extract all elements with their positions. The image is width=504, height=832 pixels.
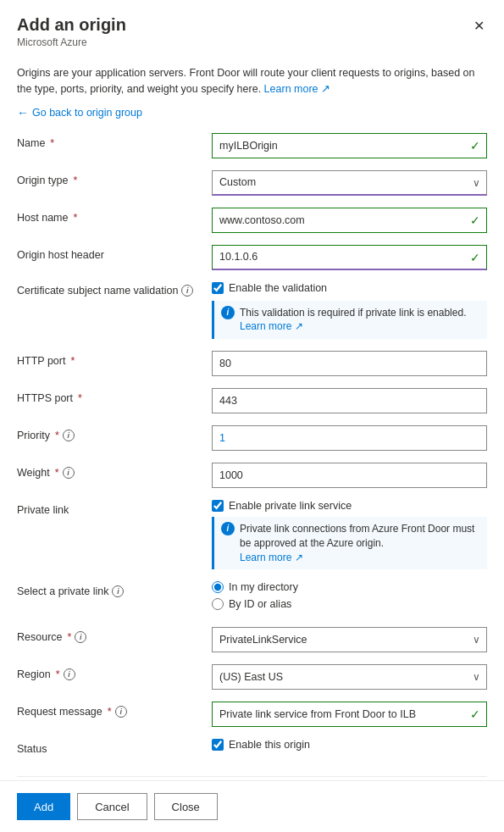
origin-type-required: *: [73, 175, 77, 186]
resource-info-icon[interactable]: i: [75, 631, 86, 643]
request-message-input-wrapper: ✓: [212, 702, 487, 727]
name-control: ✓: [212, 133, 487, 158]
request-message-input[interactable]: [212, 702, 487, 727]
host-name-input[interactable]: [212, 208, 487, 233]
enable-origin-checkbox[interactable]: [212, 739, 224, 751]
description-learn-more-link[interactable]: Learn more ↗: [264, 83, 330, 95]
https-port-label: HTTPS port *: [17, 388, 212, 404]
select-private-link-info-icon[interactable]: i: [112, 585, 124, 597]
region-info-icon[interactable]: i: [64, 668, 75, 680]
cert-info-icon[interactable]: i: [181, 285, 193, 297]
https-port-row: HTTPS port *: [17, 388, 487, 413]
private-link-learn-more-link[interactable]: Learn more ↗: [240, 552, 303, 563]
in-my-directory-radio[interactable]: [212, 581, 224, 593]
status-row: Status Enable this origin: [17, 739, 487, 763]
panel-title: Add an origin: [17, 15, 487, 35]
cert-validation-label: Certificate subject name validation i: [17, 282, 212, 297]
request-message-info-icon[interactable]: i: [115, 706, 127, 718]
http-port-required: *: [70, 355, 75, 367]
cert-validation-row: Certificate subject name validation i En…: [17, 282, 487, 340]
private-link-checkbox-row: Enable private link service: [212, 500, 487, 512]
private-link-label: Private link: [17, 500, 212, 516]
host-name-check-icon: ✓: [470, 214, 480, 227]
host-name-row: Host name * ✓: [17, 208, 487, 233]
footer-divider: [17, 776, 487, 777]
panel-body: Origins are your application servers. Fr…: [0, 55, 504, 780]
resource-dropdown-wrapper: PrivateLinkService ∨: [212, 627, 487, 652]
weight-required: *: [55, 467, 59, 479]
name-input[interactable]: [212, 133, 487, 158]
back-to-origin-group-link[interactable]: ← Go back to origin group: [17, 106, 487, 119]
name-label: Name *: [17, 133, 212, 149]
priority-label: Priority * i: [17, 425, 212, 441]
origin-host-header-control: ✓: [212, 245, 487, 270]
cert-checkbox-label: Enable the validation: [229, 282, 327, 294]
https-port-control: [212, 388, 487, 413]
request-message-check-icon: ✓: [470, 707, 480, 721]
cert-learn-more-link[interactable]: Learn more ↗: [240, 320, 303, 332]
name-check-icon: ✓: [470, 139, 480, 153]
weight-control: [212, 463, 487, 488]
cert-checkbox-row: Enable the validation: [212, 282, 487, 294]
priority-input[interactable]: [212, 425, 487, 451]
region-control: (US) East US ∨: [212, 664, 487, 690]
weight-info-icon[interactable]: i: [63, 467, 75, 479]
origin-type-control: Custom ∨: [212, 170, 487, 196]
request-message-row: Request message * i ✓: [17, 702, 487, 727]
select-private-link-row: Select a private link i In my directory …: [17, 581, 487, 615]
http-port-label: HTTP port *: [17, 351, 212, 367]
resource-required: *: [68, 631, 72, 643]
priority-info-icon[interactable]: i: [63, 430, 75, 441]
close-button[interactable]: Close: [154, 793, 218, 820]
resource-dropdown[interactable]: PrivateLinkService: [212, 627, 487, 652]
private-link-checkbox-label: Enable private link service: [229, 500, 352, 512]
cancel-button[interactable]: Cancel: [77, 793, 147, 820]
private-link-info-circle-icon: i: [221, 522, 235, 535]
private-link-checkbox[interactable]: [212, 500, 224, 512]
by-id-radio[interactable]: [212, 598, 224, 610]
cert-info-box: i This validation is required if private…: [212, 301, 487, 340]
panel-footer: Add Cancel Close: [0, 780, 504, 832]
description-text: Origins are your application servers. Fr…: [17, 65, 487, 97]
origin-host-header-label: Origin host header: [17, 245, 212, 261]
priority-control: [212, 425, 487, 451]
host-name-required: *: [73, 212, 77, 224]
region-required: *: [56, 668, 60, 680]
resource-label: Resource * i: [17, 627, 212, 643]
http-port-input[interactable]: [212, 351, 487, 376]
ext-link-icon: ↗: [321, 83, 330, 95]
weight-row: Weight * i: [17, 463, 487, 488]
region-label: Region * i: [17, 664, 212, 680]
request-message-required: *: [108, 706, 112, 718]
https-port-input[interactable]: [212, 388, 487, 413]
weight-input[interactable]: [212, 463, 487, 488]
add-button[interactable]: Add: [17, 793, 70, 820]
origin-type-label: Origin type *: [17, 170, 212, 186]
origin-type-dropdown[interactable]: Custom: [212, 170, 487, 196]
origin-host-header-input[interactable]: [212, 245, 487, 270]
name-required: *: [50, 137, 54, 149]
region-dropdown[interactable]: (US) East US: [212, 664, 487, 690]
priority-row: Priority * i: [17, 425, 487, 451]
close-panel-button[interactable]: ✕: [467, 14, 490, 37]
panel-subtitle: Microsoft Azure: [17, 36, 487, 48]
cert-validation-checkbox[interactable]: [212, 282, 224, 294]
select-private-link-label: Select a private link i: [17, 581, 212, 597]
private-link-info-box: i Private link connections from Azure Fr…: [212, 517, 487, 569]
status-label: Status: [17, 739, 212, 755]
origin-type-dropdown-wrapper: Custom ∨: [212, 170, 487, 196]
private-link-row: Private link Enable private link service…: [17, 500, 487, 569]
region-row: Region * i (US) East US ∨: [17, 664, 487, 690]
name-row: Name * ✓: [17, 133, 487, 158]
region-dropdown-wrapper: (US) East US ∨: [212, 664, 487, 690]
by-id-radio-row: By ID or alias: [212, 598, 487, 610]
in-my-directory-label: In my directory: [229, 581, 298, 593]
cert-info-circle-icon: i: [221, 306, 235, 319]
private-link-ext-link-icon: ↗: [295, 552, 303, 563]
priority-required: *: [55, 430, 59, 441]
add-origin-panel: Add an origin Microsoft Azure ✕ Origins …: [0, 0, 504, 832]
request-message-label: Request message * i: [17, 702, 212, 718]
cert-ext-link-icon: ↗: [295, 320, 303, 332]
name-input-wrapper: ✓: [212, 133, 487, 158]
http-port-control: [212, 351, 487, 376]
